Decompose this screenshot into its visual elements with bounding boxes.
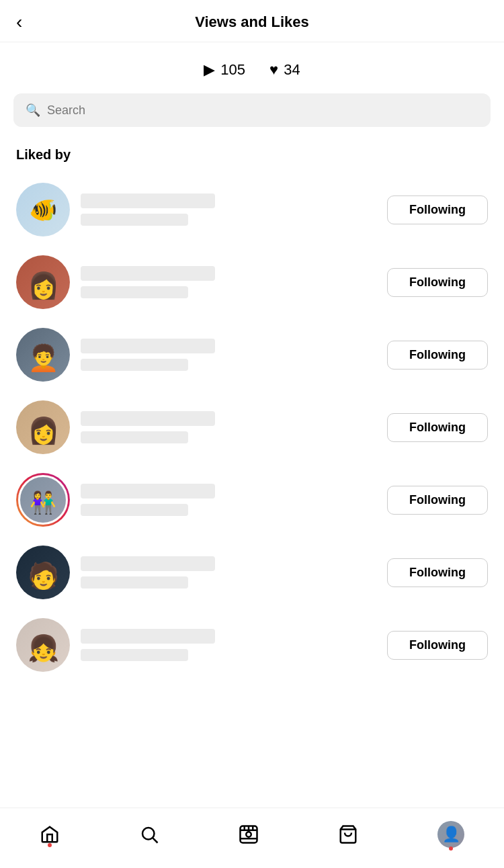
user-info <box>81 556 376 589</box>
nav-home[interactable] <box>40 824 60 844</box>
username-placeholder <box>81 484 215 498</box>
avatar: 👫 <box>16 473 70 527</box>
table-row: 🐠 Following <box>0 173 504 246</box>
nav-search-icon <box>139 824 159 844</box>
user-info <box>81 266 376 298</box>
following-button[interactable]: Following <box>387 341 488 370</box>
play-icon: ▶ <box>204 61 215 79</box>
nav-profile[interactable]: 👤 <box>437 821 464 848</box>
user-info <box>81 411 376 443</box>
following-button[interactable]: Following <box>387 268 488 297</box>
username-placeholder <box>81 193 215 208</box>
avatar: 👩 <box>16 400 70 454</box>
username-placeholder <box>81 339 215 353</box>
user-info <box>81 193 376 226</box>
section-title: Liked by <box>0 140 504 173</box>
table-row: 👩 Following <box>0 246 504 318</box>
table-row: 👧 Following <box>0 609 504 681</box>
avatar: 🐠 <box>16 183 70 236</box>
username-placeholder <box>81 556 215 571</box>
user-info <box>81 484 376 516</box>
profile-avatar: 👤 <box>437 821 464 848</box>
following-button[interactable]: Following <box>387 631 488 660</box>
likes-stat: ♥ 34 <box>269 61 300 79</box>
svg-point-0 <box>142 828 155 840</box>
bottom-nav: 👤 <box>0 808 504 868</box>
user-list: 🐠 Following 👩 Following <box>0 173 504 681</box>
handle-placeholder <box>81 431 188 443</box>
username-placeholder <box>81 411 215 426</box>
user-info <box>81 339 376 371</box>
user-info <box>81 629 376 661</box>
svg-point-3 <box>246 832 251 837</box>
views-stat: ▶ 105 <box>204 61 245 79</box>
handle-placeholder <box>81 359 188 371</box>
handle-placeholder <box>81 214 188 226</box>
table-row: 👩 Following <box>0 391 504 464</box>
svg-line-1 <box>153 838 158 842</box>
back-button[interactable]: ‹ <box>16 13 22 32</box>
username-placeholder <box>81 266 215 281</box>
header: ‹ Views and Likes <box>0 0 504 42</box>
nav-home-dot <box>48 843 52 847</box>
avatar: 👧 <box>16 618 70 672</box>
avatar: 👩 <box>16 255 70 309</box>
likes-count: 34 <box>284 61 300 79</box>
handle-placeholder <box>81 286 188 298</box>
nav-reels[interactable] <box>239 824 259 844</box>
following-button[interactable]: Following <box>387 413 488 442</box>
home-icon <box>40 824 60 844</box>
views-count: 105 <box>220 61 245 79</box>
following-button[interactable]: Following <box>387 558 488 587</box>
handle-placeholder <box>81 504 188 516</box>
page-title: Views and Likes <box>195 13 309 31</box>
table-row: 👫 Following <box>0 464 504 536</box>
avatar: 🧑‍🦱 <box>16 328 70 382</box>
search-bar[interactable]: 🔍 <box>13 93 491 127</box>
nav-search[interactable] <box>139 824 159 844</box>
following-button[interactable]: Following <box>387 196 488 224</box>
stats-row: ▶ 105 ♥ 34 <box>0 42 504 93</box>
reels-icon <box>239 824 259 844</box>
search-icon: 🔍 <box>26 103 40 118</box>
table-row: 🧑‍🦱 Following <box>0 318 504 391</box>
search-container: 🔍 <box>0 93 504 140</box>
following-button[interactable]: Following <box>387 486 488 515</box>
handle-placeholder <box>81 649 188 661</box>
table-row: 🧑 Following <box>0 536 504 609</box>
nav-shop[interactable] <box>338 824 358 844</box>
heart-icon: ♥ <box>269 61 278 79</box>
avatar: 🧑 <box>16 546 70 599</box>
handle-placeholder <box>81 576 188 589</box>
search-input[interactable] <box>47 103 478 118</box>
username-placeholder <box>81 629 215 644</box>
shop-icon <box>338 824 358 844</box>
nav-profile-dot <box>449 847 453 851</box>
